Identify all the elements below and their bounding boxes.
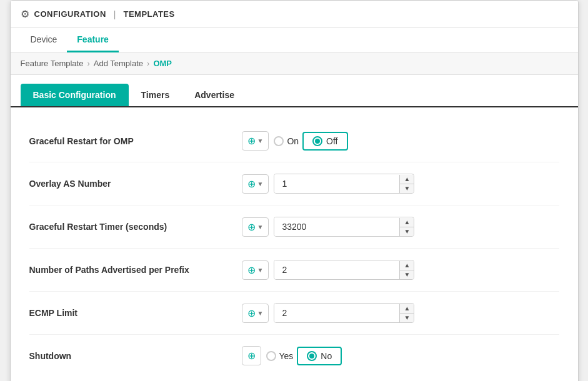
yes-no-group-shutdown: Yes No [266, 347, 342, 365]
config-tab-basic[interactable]: Basic Configuration [21, 84, 129, 106]
number-input-graceful-timer: ▲ ▼ [274, 217, 414, 237]
globe-icon-1: ⊕ [247, 135, 256, 147]
radio-yes-label: Yes [279, 351, 294, 361]
paths-spin-down[interactable]: ▼ [400, 270, 414, 279]
chevron-down-icon-2: ▼ [257, 181, 264, 187]
label-graceful-restart-timer: Graceful Restart Timer (seconds) [29, 222, 242, 232]
radio-yes-option[interactable]: Yes [266, 351, 294, 361]
radio-no-button[interactable]: No [297, 347, 342, 365]
number-input-overlay-as: ▲ ▼ [274, 174, 414, 194]
config-tabs: Basic Configuration Timers Advertise [11, 75, 578, 107]
ecmp-spin-down[interactable]: ▼ [400, 314, 414, 322]
control-shutdown: ⊕ Yes No [242, 346, 559, 365]
globe-icon-6: ⊕ [247, 350, 256, 362]
number-input-paths: ▲ ▼ [274, 260, 414, 280]
globe-icon-2: ⊕ [247, 178, 256, 190]
label-graceful-restart-omp: Graceful Restart for OMP [29, 136, 242, 146]
form-content: Graceful Restart for OMP ⊕ ▼ On Off [11, 107, 578, 381]
globe-button-ecmp[interactable]: ⊕ ▼ [242, 304, 269, 323]
radio-on-circle [274, 136, 284, 146]
radio-off-label: Off [326, 136, 337, 146]
globe-button-overlay-as[interactable]: ⊕ ▼ [242, 174, 269, 194]
row-number-of-paths: Number of Paths Advertised per Prefix ⊕ … [29, 249, 559, 292]
ecmp-spin-up[interactable]: ▲ [400, 304, 414, 313]
graceful-timer-input[interactable] [274, 217, 399, 236]
globe-button-graceful-restart[interactable]: ⊕ ▼ [242, 131, 269, 151]
globe-button-graceful-timer[interactable]: ⊕ ▼ [242, 217, 269, 237]
globe-icon-4: ⊕ [247, 264, 256, 276]
on-off-group-graceful-restart: On Off [274, 132, 347, 151]
control-graceful-restart-omp: ⊕ ▼ On Off [242, 131, 559, 151]
globe-button-shutdown[interactable]: ⊕ [242, 346, 261, 365]
overlay-as-spinner: ▲ ▼ [399, 175, 414, 193]
chevron-down-icon-3: ▼ [257, 224, 264, 230]
graceful-timer-spinner: ▲ ▼ [399, 218, 414, 236]
radio-off-button[interactable]: Off [302, 132, 347, 151]
overlay-as-spin-up[interactable]: ▲ [400, 175, 414, 184]
paths-spinner: ▲ ▼ [399, 261, 414, 279]
graceful-timer-spin-up[interactable]: ▲ [400, 218, 414, 227]
tab-device[interactable]: Device [21, 28, 67, 52]
tab-feature[interactable]: Feature [67, 28, 119, 52]
header-separator: | [114, 9, 116, 19]
row-graceful-restart-omp: Graceful Restart for OMP ⊕ ▼ On Off [29, 120, 559, 162]
ecmp-spinner: ▲ ▼ [399, 304, 414, 322]
radio-on-label: On [287, 136, 299, 146]
paths-input[interactable] [274, 260, 399, 279]
number-input-ecmp: ▲ ▼ [274, 303, 414, 323]
row-ecmp-limit: ECMP Limit ⊕ ▼ ▲ ▼ [29, 292, 559, 335]
overlay-as-input[interactable] [274, 174, 399, 193]
config-tab-timers[interactable]: Timers [129, 84, 182, 106]
globe-button-paths[interactable]: ⊕ ▼ [242, 260, 269, 280]
globe-icon-5: ⊕ [247, 307, 256, 319]
row-graceful-restart-timer: Graceful Restart Timer (seconds) ⊕ ▼ ▲ ▼ [29, 205, 559, 249]
label-number-of-paths: Number of Paths Advertised per Prefix [29, 265, 242, 275]
header-title: CONFIGURATION [34, 9, 106, 19]
radio-no-inner [307, 351, 317, 361]
row-overlay-as-number: Overlay AS Number ⊕ ▼ ▲ ▼ [29, 162, 559, 205]
ecmp-input[interactable] [274, 304, 399, 322]
control-graceful-restart-timer: ⊕ ▼ ▲ ▼ [242, 217, 559, 237]
config-tab-advertise[interactable]: Advertise [182, 84, 247, 106]
label-shutdown: Shutdown [29, 351, 242, 361]
breadcrumb-add-template[interactable]: Add Template [94, 59, 143, 68]
radio-no-label: No [321, 351, 332, 361]
breadcrumb-sep-2: › [147, 59, 149, 68]
page-header: ⚙ CONFIGURATION | TEMPLATES [11, 1, 578, 28]
breadcrumb-current: OMP [153, 59, 172, 68]
main-window: ⚙ CONFIGURATION | TEMPLATES Device Featu… [10, 0, 579, 381]
breadcrumb: Feature Template › Add Template › OMP [11, 52, 578, 75]
config-icon: ⚙ [21, 8, 29, 20]
radio-on-option[interactable]: On [274, 136, 299, 146]
breadcrumb-feature-template[interactable]: Feature Template [21, 59, 84, 68]
chevron-down-icon-5: ▼ [257, 310, 264, 317]
control-overlay-as-number: ⊕ ▼ ▲ ▼ [242, 174, 559, 194]
label-ecmp-limit: ECMP Limit [29, 308, 242, 318]
control-ecmp-limit: ⊕ ▼ ▲ ▼ [242, 303, 559, 323]
graceful-timer-spin-down[interactable]: ▼ [400, 227, 414, 236]
globe-icon-3: ⊕ [247, 221, 256, 233]
control-number-of-paths: ⊕ ▼ ▲ ▼ [242, 260, 559, 280]
header-subtitle: TEMPLATES [123, 9, 174, 19]
overlay-as-spin-down[interactable]: ▼ [400, 184, 414, 193]
row-shutdown: Shutdown ⊕ Yes No [29, 335, 559, 377]
radio-yes-circle [266, 351, 276, 361]
chevron-down-icon-4: ▼ [257, 267, 264, 274]
chevron-down-icon-1: ▼ [257, 137, 264, 144]
radio-off-inner [312, 136, 322, 146]
breadcrumb-sep-1: › [87, 59, 89, 68]
paths-spin-up[interactable]: ▲ [400, 261, 414, 270]
label-overlay-as-number: Overlay AS Number [29, 179, 242, 189]
main-tabs: Device Feature [11, 28, 578, 52]
